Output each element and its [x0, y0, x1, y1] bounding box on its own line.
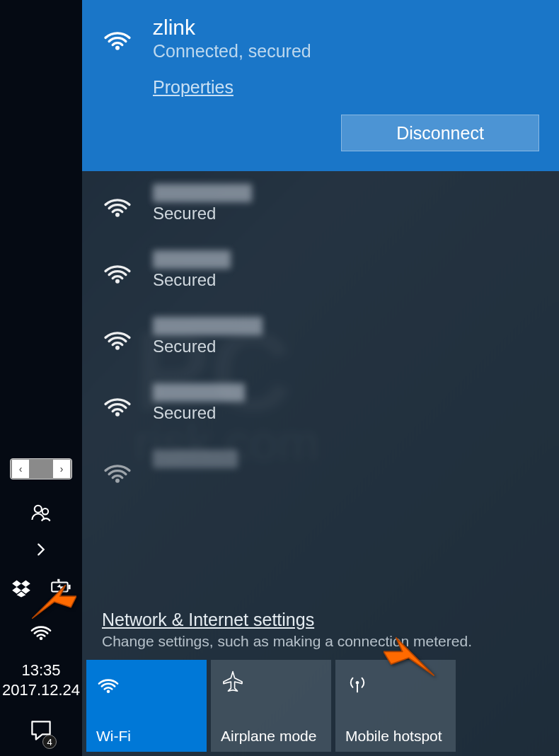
network-settings-block: Network & Internet settings Change setti…	[82, 603, 559, 660]
quick-action-tiles: Wi-Fi Airplane mode Mobile hotspot	[82, 660, 559, 756]
taskbar: ‹ › 13:35 2017.12.24 4	[0, 0, 82, 756]
network-item[interactable]: Secured	[102, 250, 539, 290]
properties-link[interactable]: Properties	[153, 77, 234, 98]
available-networks-list: Secured Secured Secured	[82, 171, 559, 603]
network-item[interactable]	[102, 450, 539, 487]
airplane-mode-tile[interactable]: Airplane mode	[211, 660, 331, 752]
language-prev-button[interactable]: ‹	[12, 460, 29, 478]
network-settings-description: Change settings, such as making a connec…	[102, 633, 539, 650]
notification-badge: 4	[42, 735, 57, 749]
clock-time: 13:35	[2, 661, 80, 680]
wifi-icon	[102, 386, 133, 420]
network-item[interactable]: Secured	[102, 383, 539, 423]
mobile-hotspot-tile[interactable]: Mobile hotspot	[335, 660, 456, 752]
clock-date: 2017.12.24	[2, 680, 80, 700]
network-name-redacted	[153, 250, 231, 269]
hotspot-icon	[345, 670, 446, 695]
wifi-icon	[102, 320, 133, 354]
connected-network[interactable]: zlink Connected, secured Properties Disc…	[82, 0, 559, 171]
tile-label: Mobile hotspot	[345, 728, 446, 745]
wifi-icon	[102, 20, 133, 151]
network-security-label: Secured	[153, 204, 252, 223]
wifi-icon	[96, 670, 197, 695]
language-next-button[interactable]: ›	[53, 460, 70, 478]
wifi-icon	[102, 187, 133, 221]
network-security-label: Secured	[153, 270, 231, 290]
action-center-button[interactable]: 4	[28, 718, 54, 746]
network-security-label: Secured	[153, 337, 263, 356]
wifi-tile[interactable]: Wi-Fi	[86, 660, 207, 752]
network-name-redacted	[153, 317, 263, 335]
tray-overflow-button[interactable]	[33, 542, 49, 560]
wifi-icon	[102, 453, 133, 487]
wifi-tray-icon[interactable]	[29, 617, 53, 644]
wifi-icon	[102, 253, 133, 287]
disconnect-button[interactable]: Disconnect	[341, 115, 539, 151]
language-switcher[interactable]: ‹ ›	[10, 458, 72, 479]
tile-label: Airplane mode	[221, 728, 321, 745]
system-tray	[10, 501, 72, 644]
network-item[interactable]: Secured	[102, 317, 539, 356]
network-item[interactable]: Secured	[102, 184, 539, 223]
tile-label: Wi-Fi	[96, 728, 197, 745]
network-name-redacted	[153, 184, 252, 202]
network-name: zlink	[153, 16, 539, 40]
network-name-redacted	[153, 450, 238, 468]
network-security-label: Secured	[153, 403, 245, 423]
dropbox-icon[interactable]	[10, 576, 33, 601]
network-settings-link[interactable]: Network & Internet settings	[102, 610, 314, 629]
battery-icon[interactable]	[50, 576, 72, 601]
taskbar-clock[interactable]: 13:35 2017.12.24	[2, 661, 80, 699]
people-icon[interactable]	[30, 501, 52, 526]
network-flyout: zlink Connected, secured Properties Disc…	[82, 0, 559, 756]
airplane-icon	[221, 670, 321, 695]
network-status: Connected, secured	[153, 41, 539, 62]
network-name-redacted	[153, 383, 245, 402]
